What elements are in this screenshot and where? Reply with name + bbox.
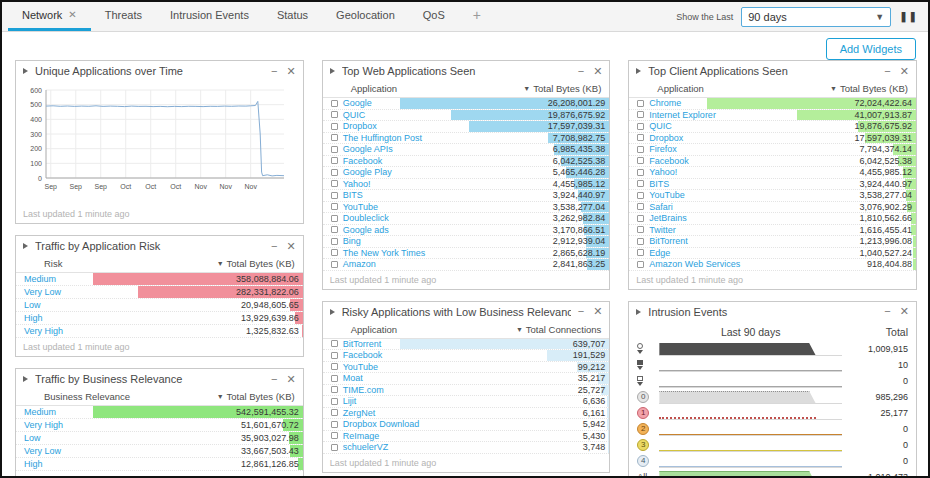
minimize-icon[interactable]: − [271,240,277,253]
row-link[interactable]: Google ads [343,225,389,235]
row-link[interactable]: Facebook [649,156,689,166]
row-link[interactable]: Bing [343,236,361,246]
row-link[interactable]: YouTube [343,202,378,212]
row-checkbox[interactable] [637,203,644,210]
row-link[interactable]: ReImage [343,431,380,441]
column-header-label[interactable]: Risk [44,258,62,269]
column-header-sort[interactable]: ▼Total Bytes (KB) [523,83,601,94]
row-checkbox[interactable] [331,226,338,233]
row-checkbox[interactable] [331,386,338,393]
row-checkbox[interactable] [637,192,644,199]
row-link[interactable]: TIME.com [343,385,384,395]
row-checkbox[interactable] [331,134,338,141]
close-icon[interactable]: ✕ [593,65,602,78]
row-checkbox[interactable] [637,261,644,268]
column-header-sort[interactable]: ▼Total Bytes (KB) [217,258,295,269]
column-header-sort[interactable]: ▼Total Bytes (KB) [217,391,295,402]
row-checkbox[interactable] [637,249,644,256]
row-checkbox[interactable] [637,111,644,118]
row-link[interactable]: Low [24,433,41,443]
row-checkbox[interactable] [331,432,338,439]
row-link[interactable]: Dropbox Download [343,419,420,429]
row-link[interactable]: BITS [343,190,363,200]
row-checkbox[interactable] [331,215,338,222]
tab-close-icon[interactable]: ✕ [68,1,76,29]
row-link[interactable]: The Huffington Post [343,133,422,143]
row-checkbox[interactable] [331,111,338,118]
row-checkbox[interactable] [637,134,644,141]
minimize-icon[interactable]: − [884,305,890,318]
row-link[interactable]: Dropbox [343,121,377,131]
row-checkbox[interactable] [331,340,338,347]
collapse-arrow-icon[interactable] [330,309,335,315]
row-link[interactable]: Very Low [24,446,61,456]
row-checkbox[interactable] [331,203,338,210]
tab-intrusion-events[interactable]: Intrusion Events [156,2,263,31]
add-widgets-button[interactable]: Add Widgets [826,38,916,60]
row-checkbox[interactable] [331,146,338,153]
row-checkbox[interactable] [637,215,644,222]
row-link[interactable]: Firefox [649,144,677,154]
row-link[interactable]: Very Low [24,287,61,297]
row-checkbox[interactable] [331,398,338,405]
row-link[interactable]: YouTube [343,362,378,372]
row-checkbox[interactable] [331,375,338,382]
time-range-select[interactable]: 90 days ▼ [741,7,891,27]
row-link[interactable]: Doubleclick [343,213,389,223]
row-checkbox[interactable] [331,192,338,199]
row-link[interactable]: Dropbox [649,133,683,143]
tab-status[interactable]: Status [263,2,322,31]
row-link[interactable]: QUIC [649,121,672,131]
row-checkbox[interactable] [637,238,644,245]
collapse-arrow-icon[interactable] [636,68,641,74]
row-checkbox[interactable] [331,169,338,176]
row-checkbox[interactable] [331,261,338,268]
row-link[interactable]: Yahoo! [343,179,371,189]
collapse-arrow-icon[interactable] [636,309,641,315]
row-checkbox[interactable] [331,409,338,416]
column-header-label[interactable]: Application [351,324,397,335]
close-icon[interactable]: ✕ [286,65,295,78]
row-checkbox[interactable] [331,421,338,428]
add-tab-button[interactable]: + [459,2,495,31]
row-checkbox[interactable] [637,169,644,176]
close-icon[interactable]: ✕ [286,240,295,253]
row-link[interactable]: schuelerVZ [343,442,389,452]
pause-icon[interactable]: ❚❚ [899,11,918,22]
row-link[interactable]: JetBrains [649,213,687,223]
row-link[interactable]: Twitter [649,225,676,235]
minimize-icon[interactable]: − [271,65,277,78]
column-header-sort[interactable]: ▼Total Connections [516,324,601,335]
minimize-icon[interactable]: − [271,373,277,386]
row-checkbox[interactable] [331,157,338,164]
row-link[interactable]: Amazon [343,259,376,269]
close-icon[interactable]: ✕ [900,65,909,78]
minimize-icon[interactable]: − [884,65,890,78]
row-link[interactable]: Internet Explorer [649,110,716,120]
tab-network[interactable]: Network✕ [8,2,91,31]
row-link[interactable]: Google [343,98,372,108]
row-link[interactable]: Google Play [343,167,392,177]
tab-qos[interactable]: QoS [409,2,459,31]
row-checkbox[interactable] [637,157,644,164]
tab-geolocation[interactable]: Geolocation [322,2,409,31]
row-checkbox[interactable] [331,123,338,130]
row-checkbox[interactable] [331,444,338,451]
row-link[interactable]: Yahoo! [649,167,677,177]
row-link[interactable]: BITS [649,179,669,189]
row-link[interactable]: Amazon Web Services [649,259,740,269]
tab-threats[interactable]: Threats [91,2,156,31]
column-header-label[interactable]: Application [351,83,397,94]
row-link[interactable]: Google APIs [343,144,393,154]
row-link[interactable]: Low [24,300,41,310]
row-link[interactable]: BitTorrent [343,339,382,349]
row-checkbox[interactable] [331,363,338,370]
row-checkbox[interactable] [331,180,338,187]
collapse-arrow-icon[interactable] [23,243,28,249]
row-link[interactable]: BitTorrent [649,236,688,246]
row-link[interactable]: High [24,459,43,469]
row-checkbox[interactable] [637,180,644,187]
row-link[interactable]: Facebook [343,156,383,166]
close-icon[interactable]: ✕ [593,305,602,318]
row-link[interactable]: Moat [343,373,363,383]
